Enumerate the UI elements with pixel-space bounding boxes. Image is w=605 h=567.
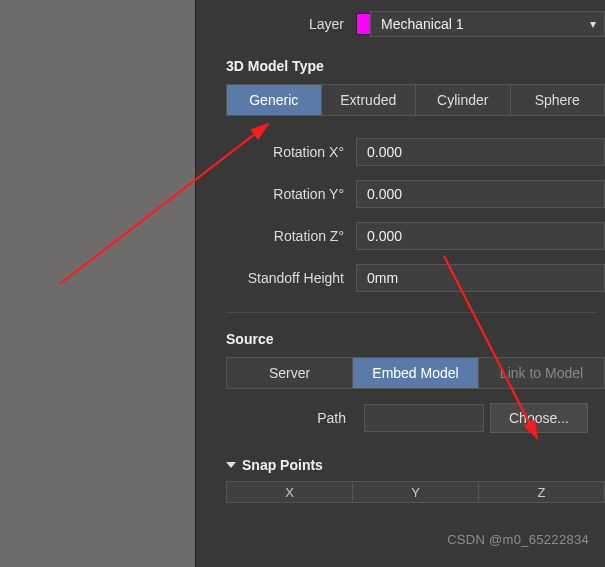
caret-down-icon [226,462,236,468]
layer-color-swatch[interactable] [356,13,370,35]
tab-server[interactable]: Server [227,358,353,388]
tab-extruded[interactable]: Extruded [322,85,417,115]
canvas-grid [0,0,195,567]
rotation-z-input[interactable]: 0.000 [356,222,605,250]
tab-link-to-model[interactable]: Link to Model [479,358,604,388]
divider [226,312,597,313]
path-label: Path [218,410,358,426]
rotation-y-label: Rotation Y° [218,186,356,202]
model-type-tabs: Generic Extruded Cylinder Sphere [226,84,605,116]
source-tabs: Server Embed Model Link to Model [226,357,605,389]
col-x: X [227,482,353,502]
layer-label: Layer [218,16,356,32]
layer-dropdown[interactable]: Mechanical 1 [370,11,605,37]
standoff-input[interactable]: 0mm [356,264,605,292]
rotation-y-input[interactable]: 0.000 [356,180,605,208]
choose-button[interactable]: Choose... [490,403,588,433]
snap-points-label: Snap Points [242,457,323,473]
rotation-x-label: Rotation X° [218,144,356,160]
col-z: Z [479,482,604,502]
tab-sphere[interactable]: Sphere [511,85,605,115]
standoff-label: Standoff Height [218,270,356,286]
tab-cylinder[interactable]: Cylinder [416,85,511,115]
source-header: Source [226,331,605,347]
properties-panel: Layer Mechanical 1 3D Model Type Generic… [195,0,605,567]
tab-generic[interactable]: Generic [227,85,322,115]
rotation-x-input[interactable]: 0.000 [356,138,605,166]
rotation-z-label: Rotation Z° [218,228,356,244]
layer-value: Mechanical 1 [381,16,464,32]
design-canvas[interactable] [0,0,195,567]
model-type-header: 3D Model Type [226,58,605,74]
snap-points-header[interactable]: Snap Points [226,457,605,473]
path-input[interactable] [364,404,484,432]
snap-table-head: X Y Z [226,481,605,503]
tab-embed-model[interactable]: Embed Model [353,358,479,388]
col-y: Y [353,482,479,502]
